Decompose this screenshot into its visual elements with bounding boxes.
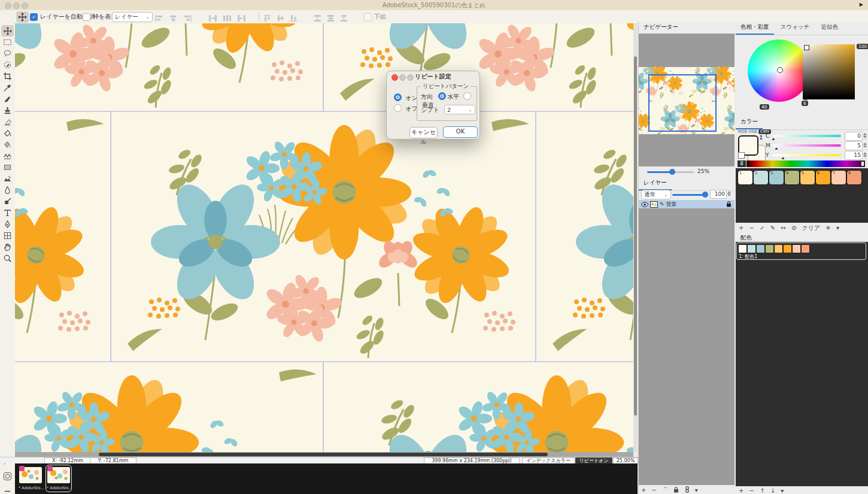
apply-scheme-button[interactable]: ✓ xyxy=(760,225,764,231)
navigator-view-rect[interactable] xyxy=(648,74,717,132)
distribute-top-icon[interactable] xyxy=(314,14,321,22)
cyan-slider[interactable] xyxy=(773,135,841,137)
opacity-stepper[interactable] xyxy=(726,190,732,198)
cyan-value[interactable]: 0 xyxy=(845,132,863,141)
window-minimize-button[interactable] xyxy=(13,2,20,9)
document-thumbnail-selected[interactable]: * AdobeSto... xyxy=(46,465,71,492)
yellow-value[interactable]: 15 xyxy=(845,151,863,160)
toolbar-overflow-icon[interactable]: ▶ xyxy=(860,2,863,7)
spectrum-cursor[interactable] xyxy=(861,161,864,166)
tool-eyedropper[interactable] xyxy=(1,82,14,93)
vertical-scrollbar[interactable] xyxy=(633,23,638,452)
tool-fill-bucket[interactable] xyxy=(1,128,14,139)
magenta-slider-marker[interactable] xyxy=(775,147,778,150)
tab-color[interactable]: カラー xyxy=(736,116,763,129)
canvas[interactable] xyxy=(15,23,633,452)
align-middle-icon[interactable] xyxy=(277,14,284,22)
magenta-value[interactable]: 5 xyxy=(845,141,863,150)
tool-minimize-strip[interactable] xyxy=(1,486,14,494)
sat-bright-cursor[interactable] xyxy=(804,45,809,50)
underdrawing-toggle[interactable]: 下絵 xyxy=(364,11,386,22)
hue-wheel[interactable] xyxy=(748,40,810,102)
clear-scheme-button[interactable]: クリア xyxy=(802,224,820,232)
distribute-right-icon[interactable] xyxy=(237,14,246,22)
distribute-center-h-icon[interactable] xyxy=(223,14,232,22)
opacity-slider-handle[interactable] xyxy=(702,192,708,198)
swap-colors-icon[interactable]: ↔ xyxy=(758,135,764,140)
repeat-on-radio[interactable]: オン xyxy=(394,93,418,102)
lock-layer-button[interactable] xyxy=(673,487,679,493)
delete-layer-button[interactable]: − xyxy=(652,487,657,493)
vertical-scrollbar-thumb[interactable] xyxy=(634,56,637,416)
yellow-stepper[interactable] xyxy=(862,151,867,159)
tool-rect-select[interactable] xyxy=(1,37,14,48)
tool-blur[interactable] xyxy=(1,184,14,196)
hue-wheel-cursor[interactable] xyxy=(777,67,783,73)
document-thumbnail[interactable]: * AdobeSto... xyxy=(18,465,43,492)
tool-selection-launcher[interactable] xyxy=(1,471,14,482)
tool-eraser[interactable] xyxy=(1,116,14,128)
swatch-4[interactable]: 4 xyxy=(784,170,800,185)
tool-brush[interactable] xyxy=(1,93,14,105)
tool-zoom[interactable] xyxy=(1,253,14,264)
align-right-icon[interactable] xyxy=(183,14,192,22)
special-scheme-button[interactable]: ✳ xyxy=(825,225,830,231)
swap-scheme-button[interactable]: ↔ xyxy=(781,225,785,231)
eye-icon[interactable] xyxy=(641,202,648,207)
align-center-h-icon[interactable] xyxy=(169,14,178,22)
tab-layers[interactable]: レイヤー xyxy=(639,177,672,190)
tool-text[interactable] xyxy=(1,207,14,219)
tab-similar-colors[interactable]: 近似色 xyxy=(817,22,843,34)
scheme-item-selected[interactable]: 1: 配色1 xyxy=(737,243,866,259)
dialog-close-button[interactable] xyxy=(391,74,398,81)
tool-lasso[interactable] xyxy=(1,48,14,59)
mode-hsb-button[interactable]: HSB xyxy=(748,129,757,134)
tab-hue-saturation[interactable]: 色相・彩度 xyxy=(736,22,774,35)
yellow-slider[interactable] xyxy=(773,154,841,156)
tool-select-pen[interactable] xyxy=(1,59,14,71)
tool-smudge[interactable] xyxy=(1,196,14,207)
shift-denominator-dropdown[interactable]: 2 ⌄ xyxy=(444,105,475,114)
merge-layer-button[interactable]: ⌒ xyxy=(662,486,668,494)
cyan-stepper[interactable] xyxy=(862,132,867,140)
align-top-icon[interactable] xyxy=(263,14,271,22)
distribute-middle-icon[interactable] xyxy=(327,14,335,22)
disable-scheme-button[interactable]: ⊘ xyxy=(791,225,796,231)
lock-icon[interactable] xyxy=(726,201,732,207)
move-up-button[interactable]: ↑ xyxy=(760,487,764,494)
tool-shape[interactable] xyxy=(1,162,14,173)
add-item-button[interactable]: + xyxy=(739,487,743,494)
spectrum-bar[interactable] xyxy=(746,160,865,167)
navigator-preview[interactable] xyxy=(639,34,735,166)
distribute-left-icon[interactable] xyxy=(208,14,217,22)
tool-pen[interactable] xyxy=(1,219,14,230)
horizontal-radio[interactable]: 水平 xyxy=(438,93,459,100)
layer-row-background[interactable]: ✎ 背景 xyxy=(639,200,735,208)
tool-crop[interactable] xyxy=(1,71,14,82)
align-left-icon[interactable] xyxy=(154,14,163,22)
yellow-slider-marker[interactable] xyxy=(782,157,785,159)
link-layer-button[interactable] xyxy=(685,486,690,493)
scheme-menu-button[interactable]: ▾ xyxy=(836,225,839,231)
tab-navigator[interactable]: ナビゲーター xyxy=(639,22,683,35)
swatch-7[interactable]: 7 xyxy=(831,170,846,185)
magenta-stepper[interactable] xyxy=(862,141,867,149)
tool-hand[interactable] xyxy=(1,241,14,253)
swatch-5[interactable]: 5 xyxy=(800,170,815,185)
edit-scheme-button[interactable]: ✎ xyxy=(770,225,775,231)
tool-stamp[interactable] xyxy=(1,105,14,116)
layer-menu-button[interactable]: ▾ xyxy=(695,487,698,493)
add-scheme-button[interactable]: + xyxy=(739,225,743,231)
tool-pattern[interactable] xyxy=(1,150,14,162)
blend-mode-dropdown[interactable]: 通常 ⌄ xyxy=(641,190,671,199)
cyan-slider-marker[interactable] xyxy=(772,138,775,140)
horizontal-scrollbar[interactable] xyxy=(15,452,633,457)
swatch-2[interactable]: 2 xyxy=(753,170,769,185)
move-tool-button[interactable] xyxy=(16,11,29,23)
tool-grid[interactable] xyxy=(1,230,14,241)
opacity-value[interactable]: 100 xyxy=(710,190,727,199)
tool-liquify[interactable] xyxy=(1,173,14,184)
swatch-1[interactable]: 1 xyxy=(738,170,753,185)
move-down-button[interactable]: ↓ xyxy=(770,487,775,494)
ok-button[interactable]: OK xyxy=(443,126,478,138)
